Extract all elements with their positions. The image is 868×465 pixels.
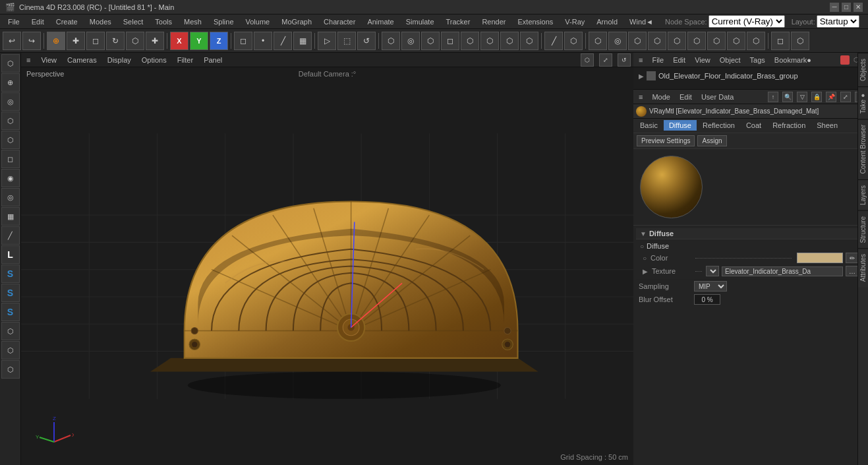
redo-button[interactable]: ↪ xyxy=(22,32,41,50)
tb30[interactable]: ⬡ xyxy=(747,32,765,50)
layout-dropdown[interactable]: Startup xyxy=(817,15,859,28)
tool5-button[interactable]: ⬡ xyxy=(126,32,144,50)
left-btn-5[interactable]: ⬡ xyxy=(1,131,20,149)
left-btn-15[interactable]: ⬡ xyxy=(1,322,20,340)
tb19[interactable]: ⬡ xyxy=(520,32,538,50)
obj-menu-object[interactable]: Object xyxy=(717,55,743,65)
menu-select[interactable]: Select xyxy=(118,16,149,27)
vp-menu-panel[interactable]: Panel xyxy=(201,55,225,65)
attr-menu-edit[interactable]: Edit xyxy=(677,92,695,102)
minimize-button[interactable]: ─ xyxy=(830,3,839,12)
attr-filter[interactable]: ▽ xyxy=(797,92,807,102)
z-axis-button[interactable]: Z xyxy=(210,32,228,50)
point-mode-button[interactable]: • xyxy=(254,32,272,50)
maximize-button[interactable]: □ xyxy=(842,3,851,12)
tb22[interactable]: ⬡ xyxy=(589,32,607,50)
left-btn-13[interactable]: S xyxy=(1,284,20,302)
rotate-tool-button[interactable]: ↻ xyxy=(106,32,125,50)
vp-menu-display[interactable]: Display xyxy=(105,55,134,65)
tb18[interactable]: ⬡ xyxy=(500,32,519,50)
tb10[interactable]: ⬚ xyxy=(337,32,356,50)
vp-menu-options[interactable]: Options xyxy=(139,55,169,65)
tb12[interactable]: ⬡ xyxy=(382,32,400,50)
tb17[interactable]: ⬡ xyxy=(480,32,499,50)
menu-edit[interactable]: Edit xyxy=(26,16,49,27)
obj-menu-tags[interactable]: Tags xyxy=(747,55,768,65)
left-btn-11[interactable]: L xyxy=(1,245,20,264)
tab-structure[interactable]: Structure xyxy=(858,210,868,249)
tb20[interactable]: ╱ xyxy=(544,32,563,50)
y-axis-button[interactable]: Y xyxy=(190,32,208,50)
tab-content-browser[interactable]: Content Browser xyxy=(858,119,868,179)
mat-tab-reflection[interactable]: Reflection xyxy=(697,120,740,131)
left-btn-12[interactable]: S xyxy=(1,264,20,283)
mat-tab-refraction[interactable]: Refraction xyxy=(767,120,811,131)
attr-pin[interactable]: 📌 xyxy=(826,92,836,102)
vp-btn-1[interactable]: ⬡ xyxy=(581,53,594,67)
sampling-dropdown[interactable]: MIP None SAT xyxy=(694,281,727,292)
tab-layers[interactable]: Layers xyxy=(858,179,868,210)
obj-menu-hamburger[interactable]: ≡ xyxy=(636,55,645,65)
left-btn-7[interactable]: ◉ xyxy=(1,169,20,187)
menu-wind[interactable]: Wind◄ xyxy=(624,16,658,27)
edge-mode-button[interactable]: ╱ xyxy=(274,32,292,50)
menu-file[interactable]: File xyxy=(3,16,25,27)
mat-tab-basic[interactable]: Basic xyxy=(635,120,663,131)
tb25[interactable]: ⬡ xyxy=(648,32,666,50)
tb26[interactable]: ⬡ xyxy=(668,32,686,50)
assign-btn[interactable]: Assign xyxy=(697,135,726,146)
vp-menu-cameras[interactable]: Cameras xyxy=(65,55,100,65)
tb9[interactable]: ▷ xyxy=(318,32,336,50)
left-btn-3[interactable]: ◎ xyxy=(1,92,20,111)
left-btn-2[interactable]: ⊕ xyxy=(1,73,20,92)
attr-nav-up[interactable]: ↑ xyxy=(768,92,778,102)
menu-vray[interactable]: V-Ray xyxy=(560,16,590,27)
tb31[interactable]: ◻ xyxy=(771,32,790,50)
menu-spline[interactable]: Spline xyxy=(208,16,239,27)
mat-tab-diffuse[interactable]: Diffuse xyxy=(664,120,697,131)
blur-input[interactable] xyxy=(694,294,720,305)
move-tool-button[interactable]: ⊕ xyxy=(47,32,65,50)
vp-menu-view[interactable]: View xyxy=(38,55,59,65)
color-eyedropper-btn[interactable]: ✏ xyxy=(846,253,859,263)
tb29[interactable]: ⬡ xyxy=(727,32,745,50)
scale-tool-button[interactable]: ◻ xyxy=(86,32,105,50)
select-tool-button[interactable]: ✚ xyxy=(67,32,85,50)
tab-takes[interactable]: Take● xyxy=(858,86,868,119)
vp-menu-filter[interactable]: Filter xyxy=(175,55,196,65)
menu-mograph[interactable]: MoGraph xyxy=(276,16,317,27)
menu-extensions[interactable]: Extensions xyxy=(512,16,558,27)
attr-menu-mode[interactable]: Mode xyxy=(649,92,673,102)
left-btn-14[interactable]: S xyxy=(1,303,20,321)
mat-tab-coat[interactable]: Coat xyxy=(741,120,767,131)
menu-mesh[interactable]: Mesh xyxy=(179,16,207,27)
tb23[interactable]: ◎ xyxy=(608,32,627,50)
tab-objects[interactable]: Objects xyxy=(858,53,868,86)
menu-modes[interactable]: Modes xyxy=(84,16,117,27)
left-btn-6[interactable]: ◻ xyxy=(1,150,20,168)
menu-create[interactable]: Create xyxy=(51,16,83,27)
viewport-3d[interactable]: Perspective Default Camera :° xyxy=(21,67,633,465)
preview-settings-btn[interactable]: Preview Settings xyxy=(637,135,695,146)
menu-simulate[interactable]: Simulate xyxy=(401,16,440,27)
attr-expand[interactable]: ⤢ xyxy=(840,92,851,102)
attr-menu-hamburger[interactable]: ≡ xyxy=(636,92,645,102)
left-btn-16[interactable]: ⬡ xyxy=(1,341,20,359)
tb13[interactable]: ◎ xyxy=(401,32,420,50)
mat-tab-sheen[interactable]: Sheen xyxy=(811,120,843,131)
color-swatch[interactable] xyxy=(797,253,843,263)
tb27[interactable]: ⬡ xyxy=(687,32,706,50)
texture-more-btn[interactable]: … xyxy=(846,266,859,276)
tab-attributes[interactable]: Attributes xyxy=(858,248,868,287)
obj-menu-view[interactable]: View xyxy=(692,55,713,65)
tb24[interactable]: ⬡ xyxy=(628,32,647,50)
tb28[interactable]: ⬡ xyxy=(707,32,726,50)
menu-arnold[interactable]: Arnold xyxy=(591,16,623,27)
attr-lock[interactable]: 🔒 xyxy=(811,92,822,102)
texture-dropdown[interactable]: ▼ xyxy=(706,266,719,276)
tb16[interactable]: ⬡ xyxy=(461,32,479,50)
vp-btn-2[interactable]: ⤢ xyxy=(599,53,612,67)
menu-tracker[interactable]: Tracker xyxy=(441,16,476,27)
x-axis-button[interactable]: X xyxy=(170,32,188,50)
nodespace-dropdown[interactable]: Current (V-Ray) xyxy=(709,15,785,28)
